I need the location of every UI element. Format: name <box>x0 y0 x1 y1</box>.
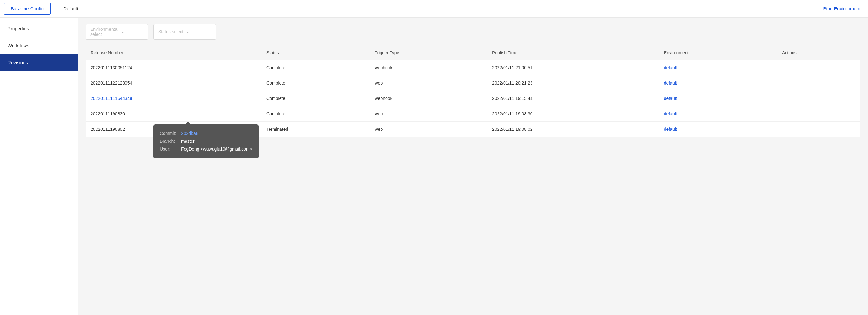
main-layout: Properties Workflows Revisions Environme… <box>0 18 868 315</box>
col-status: Status <box>261 46 370 60</box>
environment-cell[interactable]: default <box>659 106 777 122</box>
tooltip-user-label: User: <box>160 145 179 153</box>
publish-time-cell: 2022/01/11 20:21:23 <box>487 75 659 91</box>
status-select[interactable]: Status select ⌄ <box>153 24 216 40</box>
environment-cell[interactable]: default <box>659 122 777 137</box>
col-publish-time: Publish Time <box>487 46 659 60</box>
publish-time-cell: 2022/01/11 19:08:30 <box>487 106 659 122</box>
tooltip-user-row: User: FogDong <wuwuglu19@gmail.com> <box>160 145 252 153</box>
status-cell: Complete <box>261 106 370 122</box>
table-head: Release Number Status Trigger Type Publi… <box>86 46 861 60</box>
trigger-type-cell: web <box>370 106 487 122</box>
sidebar-item-workflows[interactable]: Workflows <box>0 37 78 54</box>
environmental-select[interactable]: Environmental select ⌄ <box>86 24 149 40</box>
release-number-cell[interactable]: 20220111111544348 <box>86 91 261 106</box>
actions-cell <box>777 60 861 75</box>
tooltip-container: Commit: 2b2dba8 Branch: master User: Fog… <box>153 121 258 158</box>
tooltip-commit-label: Commit: <box>160 129 179 137</box>
status-cell: Complete <box>261 75 370 91</box>
app-container: Baseline Config Default Bind Environment… <box>0 0 868 315</box>
environment-cell[interactable]: default <box>659 91 777 106</box>
trigger-type-cell: webhook <box>370 91 487 106</box>
actions-cell <box>777 122 861 137</box>
environment-cell[interactable]: default <box>659 75 777 91</box>
top-tabs: Baseline Config Default Bind Environment <box>0 0 868 18</box>
tooltip-branch-label: Branch: <box>160 137 179 145</box>
col-actions: Actions <box>777 46 861 60</box>
release-number-cell: 20220111130051124 <box>86 60 261 75</box>
actions-cell <box>777 106 861 122</box>
trigger-type-cell: web <box>370 122 487 137</box>
tab-default[interactable]: Default <box>54 0 87 17</box>
environmental-select-chevron: ⌄ <box>121 30 144 34</box>
status-cell: Complete <box>261 60 370 75</box>
trigger-type-cell: webhook <box>370 60 487 75</box>
content-area: Environmental select ⌄ Status select ⌄ R… <box>78 18 868 315</box>
tooltip-box: Commit: 2b2dba8 Branch: master User: Fog… <box>153 125 258 158</box>
status-cell: Complete <box>261 91 370 106</box>
publish-time-cell: 2022/01/11 19:15:44 <box>487 91 659 106</box>
actions-cell <box>777 75 861 91</box>
table-row: 20220111190830Completeweb2022/01/11 19:0… <box>86 106 861 122</box>
release-number-cell: 20220111190830 <box>86 106 261 122</box>
status-select-chevron: ⌄ <box>186 30 212 34</box>
actions-cell <box>777 91 861 106</box>
table-row: 20220111122123054Completeweb2022/01/11 2… <box>86 75 861 91</box>
tooltip-branch-row: Branch: master <box>160 137 252 145</box>
tooltip-arrow <box>185 121 191 125</box>
col-release-number: Release Number <box>86 46 261 60</box>
sidebar-item-revisions[interactable]: Revisions <box>0 54 78 71</box>
table-row: 20220111130051124Completewebhook2022/01/… <box>86 60 861 75</box>
table-row: 20220111111544348Completewebhook2022/01/… <box>86 91 861 106</box>
publish-time-cell: 2022/01/11 19:08:02 <box>487 122 659 137</box>
status-select-placeholder: Status select <box>158 29 184 34</box>
environmental-select-placeholder: Environmental select <box>90 27 119 37</box>
trigger-type-cell: web <box>370 75 487 91</box>
col-trigger-type: Trigger Type <box>370 46 487 60</box>
environment-cell[interactable]: default <box>659 60 777 75</box>
tooltip-commit-row: Commit: 2b2dba8 <box>160 129 252 137</box>
release-number-cell: 20220111122123054 <box>86 75 261 91</box>
tooltip-user-value: FogDong <wuwuglu19@gmail.com> <box>181 145 252 153</box>
sidebar: Properties Workflows Revisions <box>0 18 78 315</box>
sidebar-item-properties[interactable]: Properties <box>0 20 78 37</box>
tab-baseline-config[interactable]: Baseline Config <box>4 2 51 15</box>
bind-environment-button[interactable]: Bind Environment <box>816 6 868 11</box>
col-environment: Environment <box>659 46 777 60</box>
publish-time-cell: 2022/01/11 21:00:51 <box>487 60 659 75</box>
filter-row: Environmental select ⌄ Status select ⌄ <box>86 24 861 40</box>
tooltip-branch-value: master <box>181 137 195 145</box>
status-cell: Terminated <box>261 122 370 137</box>
tooltip-commit-value[interactable]: 2b2dba8 <box>181 129 198 137</box>
